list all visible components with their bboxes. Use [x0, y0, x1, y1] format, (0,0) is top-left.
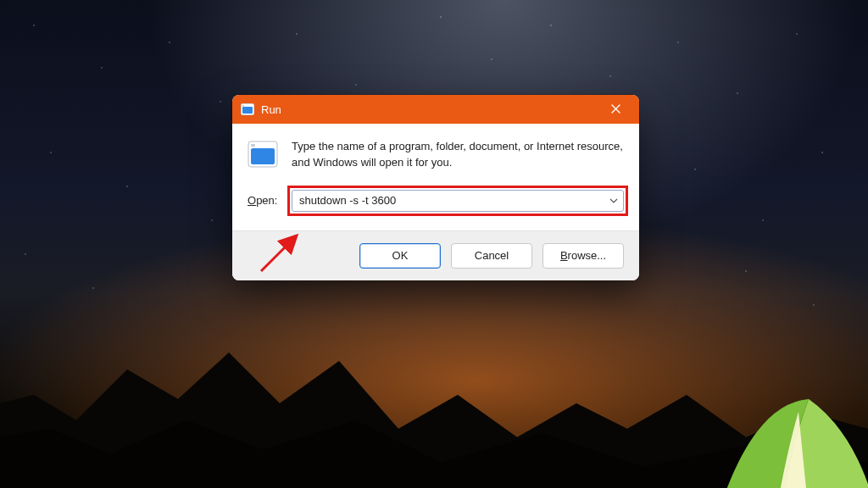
tent-illustration: [707, 386, 868, 488]
titlebar[interactable]: Run: [232, 95, 639, 124]
chevron-down-icon[interactable]: [609, 197, 618, 205]
svg-rect-4: [251, 148, 275, 164]
open-combobox[interactable]: [292, 190, 624, 212]
close-icon: [611, 102, 620, 117]
window-title: Run: [261, 103, 590, 116]
browse-button[interactable]: Browse...: [542, 243, 624, 269]
cancel-button[interactable]: Cancel: [451, 243, 532, 269]
dialog-body: Type the name of a program, folder, docu…: [232, 124, 639, 230]
svg-rect-2: [242, 105, 244, 107]
dialog-footer: OK Cancel Browse...: [232, 230, 639, 280]
run-app-icon: [241, 103, 254, 115]
open-input[interactable]: [299, 194, 604, 207]
svg-rect-1: [242, 107, 253, 114]
close-button[interactable]: [597, 95, 634, 124]
dialog-description: Type the name of a program, folder, docu…: [292, 139, 624, 171]
svg-rect-5: [251, 144, 255, 147]
open-label: Open:: [248, 194, 281, 207]
run-large-icon: [248, 141, 278, 168]
ok-button[interactable]: OK: [359, 243, 441, 269]
run-dialog: Run Type the name of a program, folder, …: [232, 95, 639, 280]
